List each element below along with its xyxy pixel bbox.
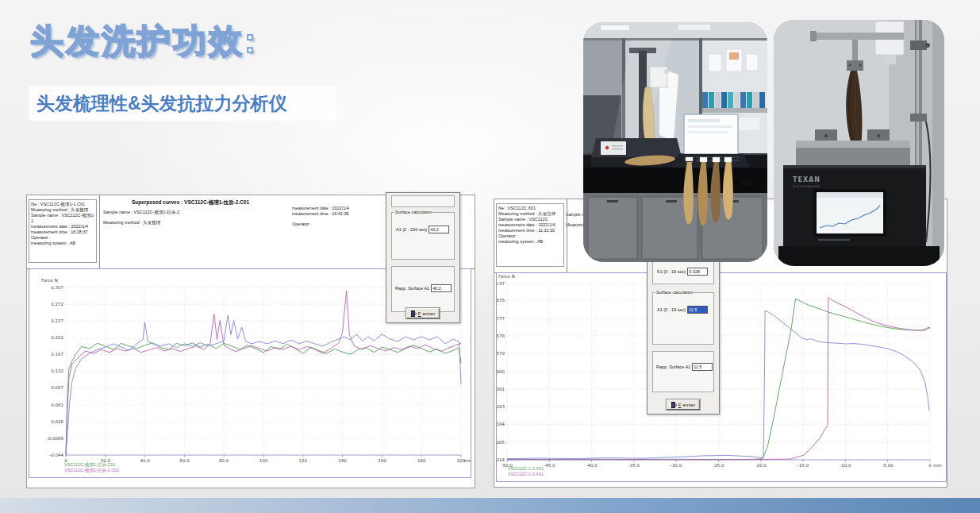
y-tick-label: 0.085 (497, 440, 505, 445)
y-tick-label: 0.202 (51, 335, 63, 340)
info-line: measurement time : 16:28:37 (31, 230, 95, 235)
tensile-force-plot: 0.970.8760.7770.6780.5790.4800.3810.2830… (496, 272, 947, 482)
surface-calculation-dialog-combing: Surface calculation A1 (0 - 200 sec) 40.… (386, 192, 460, 323)
series-blue-curve (66, 315, 461, 455)
lab-bench (583, 153, 767, 262)
instrument-touchscreen (601, 141, 626, 155)
close-button[interactable]: Fermer (406, 308, 440, 318)
x-tick-label: -20.0 (755, 463, 767, 468)
legend-entry: VSC112C-1-3.X01 (508, 472, 544, 477)
x-tick-label: -35.0 (628, 463, 640, 468)
y-tick-label: 0.381 (497, 387, 505, 392)
info-line: file : VSC112C.X01 (498, 206, 563, 211)
chart-legend: VSC112C-1-2.X01VSC112C-1-3.X01 (508, 466, 544, 476)
empty-group-box (391, 195, 455, 207)
info-line: measuring system : AB (31, 241, 95, 246)
a1-input-selected[interactable]: 11.5 (687, 306, 708, 314)
x-axis-unit: mm (464, 458, 471, 463)
y-tick-label: 0.97 (497, 281, 505, 286)
subtitle-box: 头发梳理性&头发抗拉力分析仪 (29, 86, 336, 121)
rapp-surface-input[interactable]: 11.5 (692, 363, 713, 371)
info-line: Operator : (498, 233, 563, 239)
info-line: file : VSC112C-梳理1-1.C01 (31, 202, 95, 207)
y-tick-label: -0.0089 (47, 436, 64, 441)
superposed-curves-title: Superposed curves : VSC112C-梳理1-拉后-2.C01 (103, 199, 278, 206)
subtitle-text: 头发梳理性&头发抗拉力分析仪 (37, 91, 287, 116)
measuring-method-line: Measuring method : 头发梳理 (103, 220, 160, 226)
y-tick-label: 0.777 (497, 316, 505, 321)
surface-calculation-group: Surface calculation A1 (0 - 200 sec) 40.… (391, 212, 455, 260)
y-tick-label: -0.014 (497, 457, 505, 462)
y-tick-label: 0.307 (51, 285, 63, 290)
y-tick-label: 0.167 (51, 352, 63, 357)
measurement-time-line: measurement time : 16:42:35 (292, 211, 349, 216)
device-brand-label: TEXAN (793, 176, 821, 183)
sample-name-line: Sample name : VSC112C-梳理1-拉后-2 (103, 210, 179, 215)
rapp-surface-group: Rapp. Surface A1 11.5 (652, 351, 714, 392)
chart-legend: VSC112C-梳理1-拉后.C01VSC112C-梳理1-拉后-2.C01 (64, 462, 119, 472)
x-tick-label: -15.0 (797, 463, 809, 468)
x-tick-label: 120 (299, 458, 308, 463)
x-tick-label: 0 (928, 463, 932, 468)
x-tick-label: 160 (378, 458, 386, 463)
a1-label: A1 (0 - 19 sec) (657, 307, 686, 312)
measurement-info-box: file : VSC112C.X01 Measuring method : 头发… (496, 203, 564, 267)
legend-entry: VSC112C-1-2.X01 (508, 466, 544, 472)
exit-door-icon (411, 310, 417, 317)
y-tick-label: 0.480 (497, 369, 505, 374)
y-tick-label: 0.283 (497, 404, 505, 409)
x-tick-label: -45.0 (544, 463, 555, 468)
info-line: measuring system : AB (498, 239, 563, 245)
x-tick-label: -40.0 (586, 463, 598, 468)
machine-screen (817, 192, 883, 233)
measurement-date-line: measurement date : 2022/1/4 (292, 206, 349, 210)
close-button-label: ermer (423, 311, 436, 316)
k1-input[interactable]: 0.028 (687, 268, 708, 276)
close-button-label: ermer (683, 403, 696, 407)
legend-entry: VSC112C-梳理1-拉后-2.C01 (64, 468, 119, 473)
rapp-surface-label: Rapp. Surface A1 (656, 364, 690, 369)
a1-label: A1 (0 - 200 sec) (396, 227, 427, 232)
y-tick-label: 0.876 (497, 298, 505, 303)
y-tick-label: 0.237 (51, 318, 63, 323)
y-tick-label: 0.097 (51, 385, 63, 390)
close-button[interactable]: Fermer (667, 399, 700, 410)
x-tick-label: 140 (338, 458, 347, 463)
slide-bottom-bar (0, 498, 980, 513)
rapp-surface-group: Rapp. Surface A1 40.2 (391, 266, 455, 312)
y-axis-title: Force N (498, 274, 515, 279)
info-line: measurement date : 2022/1/4 (498, 222, 563, 228)
rapp-surface-label: Rapp. Surface A1 (395, 286, 429, 291)
x-tick-label: 40.0 (140, 458, 150, 463)
x-tick-label: -10.0 (840, 463, 851, 468)
tensile-force-chart: 0.970.8760.7770.6780.5790.4800.3810.2830… (497, 273, 946, 481)
presentation-slide: 头发洗护功效: 头发梳理性&头发抗拉力分析仪 file : VSC112C-梳理… (0, 0, 980, 513)
y-tick-label: 0.132 (51, 368, 63, 373)
info-line: Sample name : VSC112C (498, 217, 563, 222)
x-tick-label: 100 (259, 458, 268, 463)
surface-calculation-group: Surface calculation A1 (0 - 19 sec) 11.5 (652, 292, 714, 345)
y-tick-label: 0.272 (51, 302, 63, 307)
info-line: Measuring method : 头发梳理 (31, 207, 95, 213)
y-tick-label: 0.061 (51, 403, 63, 407)
group-label: Surface calculation (655, 290, 694, 295)
y-tick-label: -0.044 (49, 453, 63, 457)
texture-analyser-photo: TEXAN TEXTURE ANALYSER (774, 20, 944, 266)
rapp-surface-input[interactable]: 40.2 (431, 284, 452, 292)
y-tick-label: 0.678 (497, 334, 505, 338)
x-tick-label: 60.0 (179, 458, 190, 463)
x-tick-label: -30.0 (671, 463, 682, 468)
x-axis-unit: mm (933, 463, 942, 468)
info-line: Measuring method : 头发拉伸 (498, 211, 563, 217)
page-title: 头发洗护功效: (30, 19, 258, 64)
info-line: Sample name : VSC112C-梳理1-1 (31, 213, 95, 224)
legend-entry: VSC112C-梳理1-拉后.C01 (64, 462, 119, 468)
measurement-info-box: file : VSC112C-梳理1-1.C01 Measuring metho… (29, 199, 97, 263)
a1-input[interactable]: 40.2 (429, 226, 449, 233)
x-tick-label: 180 (417, 458, 426, 463)
computer-mouse (741, 179, 754, 187)
laptop (673, 114, 750, 168)
y-axis-title: Force N (41, 278, 58, 283)
operator-line: Operator : (292, 222, 312, 226)
texture-analyser-machine: TEXAN TEXTURE ANALYSER (783, 165, 926, 246)
